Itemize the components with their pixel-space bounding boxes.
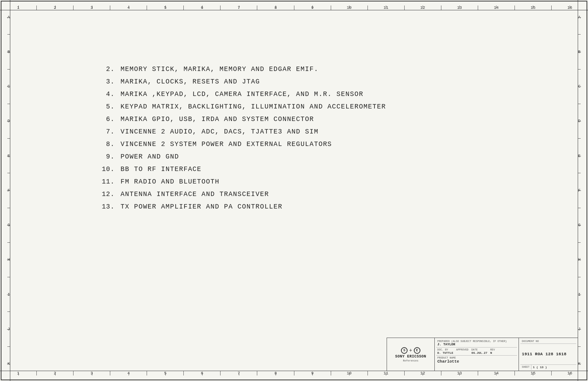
grid-col-bottom-15: 15 bbox=[514, 371, 551, 375]
grid-row-left-I: I bbox=[7, 277, 10, 311]
prepared-by: J. TAYLOR bbox=[437, 343, 516, 346]
date-label: DATE bbox=[472, 348, 487, 351]
list-item-9: 11.FM RADIO AND BLUETOOTH bbox=[98, 178, 559, 185]
rev-value: N bbox=[490, 351, 495, 355]
grid-col-bottom-6: 6 bbox=[183, 371, 220, 375]
sheet-label: SHEET bbox=[520, 365, 531, 370]
list-item-6: 8.VINCENNE 2 SYSTEM POWER AND EXTERNAL R… bbox=[98, 140, 559, 148]
grid-row-left-E: E bbox=[7, 138, 10, 173]
grid-row-left-H: H bbox=[7, 242, 10, 277]
grid-col-top-5: 5 bbox=[147, 6, 183, 10]
grid-col-bottom-4: 4 bbox=[110, 371, 147, 375]
list-num-4: 6. bbox=[98, 115, 121, 123]
grid-row-right-C: C bbox=[578, 69, 581, 104]
sony-logo: S bbox=[401, 347, 408, 354]
grid-col-top-14: 14 bbox=[478, 6, 514, 10]
grid-row-left-B: B bbox=[7, 34, 10, 69]
product-name-value: Charlotte bbox=[437, 359, 516, 364]
list-text-2: MARIKA ,KEYPAD, LCD, CAMERA INTERFACE, A… bbox=[121, 90, 363, 98]
grid-col-top-13: 13 bbox=[441, 6, 478, 10]
grid-row-left-G: G bbox=[7, 208, 10, 242]
grid-col-bottom-5: 5 bbox=[147, 371, 183, 375]
grid-row-left-J: J bbox=[7, 311, 10, 346]
grid-row-right-A: A bbox=[578, 0, 581, 34]
grid-row-left-D: D bbox=[7, 104, 10, 138]
list-item-4: 6.MARIKA GPIO, USB, IRDA AND SYSTEM CONN… bbox=[98, 115, 559, 123]
sheet-value: 1 ( 13 ) bbox=[531, 365, 548, 370]
list-item-7: 9.POWER AND GND bbox=[98, 153, 559, 160]
grid-col-top-11: 11 bbox=[368, 6, 404, 10]
grid-right: ABCDEFGHIJK bbox=[578, 0, 588, 381]
grid-row-left-F: F bbox=[7, 173, 10, 207]
grid-col-top-12: 12 bbox=[404, 6, 441, 10]
list-num-8: 10. bbox=[98, 165, 121, 173]
date-value: 06.JUL.27 bbox=[472, 351, 487, 355]
rev-label: REV bbox=[490, 348, 495, 351]
grid-col-bottom-3: 3 bbox=[73, 371, 110, 375]
grid-row-left-A: A bbox=[7, 0, 10, 34]
list-item-11: 13.TX POWER AMPLIFIER AND PA CONTROLLER bbox=[98, 203, 559, 210]
grid-col-bottom-13: 13 bbox=[441, 371, 478, 375]
grid-col-top-6: 6 bbox=[183, 6, 220, 10]
grid-row-right-H: H bbox=[578, 242, 581, 277]
grid-col-bottom-7: 7 bbox=[220, 371, 257, 375]
tb-right-section: DOCUMENT NO 1911 ROA 128 1618 SHEET 1 ( … bbox=[519, 338, 578, 371]
list-num-10: 12. bbox=[98, 190, 121, 198]
list-text-11: TX POWER AMPLIFIER AND PA CONTROLLER bbox=[121, 203, 283, 210]
grid-col-top-7: 7 bbox=[220, 6, 257, 10]
plus-symbol: + bbox=[409, 348, 412, 353]
grid-row-right-F: F bbox=[578, 173, 581, 207]
grid-col-bottom-10: 10 bbox=[331, 371, 368, 375]
list-num-6: 8. bbox=[98, 140, 121, 148]
doc-by-label: DOC. BY bbox=[437, 348, 453, 351]
list-item-1: 3.MARIKA, CLOCKS, RESETS AND JTAG bbox=[98, 78, 559, 85]
date-group: DATE 06.JUL.27 bbox=[472, 348, 487, 355]
grid-row-right-B: B bbox=[578, 34, 581, 69]
list-num-5: 7. bbox=[98, 128, 121, 135]
grid-col-top-10: 10 bbox=[331, 6, 368, 10]
grid-col-top-8: 8 bbox=[257, 6, 294, 10]
list-num-9: 11. bbox=[98, 178, 121, 185]
list-item-2: 4.MARIKA ,KEYPAD, LCD, CAMERA INTERFACE,… bbox=[98, 90, 559, 98]
list-num-11: 13. bbox=[98, 203, 121, 210]
prepared-label: PREPARED (ALSO bbox=[437, 340, 459, 343]
grid-col-bottom-14: 14 bbox=[478, 371, 514, 375]
grid-col-bottom-12: 12 bbox=[404, 371, 441, 375]
grid-row-right-D: D bbox=[578, 104, 581, 138]
grid-row-right-K: K bbox=[578, 346, 581, 381]
grid-row-left-C: C bbox=[7, 69, 10, 104]
doc-no-label: DOCUMENT NO bbox=[520, 339, 576, 344]
company-name: SONY ERICSSON bbox=[395, 355, 426, 359]
logo-row: S + E bbox=[400, 346, 421, 355]
list-num-2: 4. bbox=[98, 90, 121, 98]
grid-row-right-G: G bbox=[578, 208, 581, 242]
grid-top: 12345678910111213141516 bbox=[0, 0, 588, 10]
grid-row-left-K: K bbox=[7, 346, 10, 381]
list-text-6: VINCENNE 2 SYSTEM POWER AND EXTERNAL REG… bbox=[121, 140, 332, 148]
grid-col-top-2: 2 bbox=[36, 6, 73, 10]
list-item-3: 5.KEYPAD MATRIX, BACKLIGHTING, ILLUMINAT… bbox=[98, 103, 559, 110]
sheet-list: 2.MEMORY STICK, MARIKA, MEMORY AND EDGAR… bbox=[98, 65, 559, 216]
grid-col-top-15: 15 bbox=[514, 6, 551, 10]
doc-approved-row: DOC. BY D. TUTTLE APPROVED DATE 06.JUL.2… bbox=[436, 348, 517, 356]
list-text-10: ANTENNA INTERFACE AND TRANSCEIVER bbox=[121, 190, 269, 198]
doc-num-area: DOCUMENT NO 1911 ROA 128 1618 SHEET 1 ( … bbox=[520, 339, 576, 370]
list-text-5: VINCENNE 2 AUDIO, ADC, DACS, TJATTE3 AND… bbox=[121, 128, 319, 135]
document-number: 1911 ROA 128 1618 bbox=[520, 351, 576, 357]
approved-label: APPROVED bbox=[456, 348, 469, 351]
content-area: 2.MEMORY STICK, MARIKA, MEMORY AND EDGAR… bbox=[10, 10, 578, 371]
grid-col-bottom-2: 2 bbox=[36, 371, 73, 375]
rev-group: REV N bbox=[490, 348, 495, 355]
grid-bottom: 12345678910111213141516 bbox=[0, 371, 588, 381]
grid-left: ABCDEFGHIJK bbox=[0, 0, 10, 381]
grid-row-right-I: I bbox=[578, 277, 581, 311]
list-text-1: MARIKA, CLOCKS, RESETS AND JTAG bbox=[121, 78, 260, 85]
tb-middle-section: PREPARED (ALSO SUBJECT RESPONSIBLE, IF O… bbox=[435, 338, 519, 371]
grid-row-right-E: E bbox=[578, 138, 581, 173]
references-label: References bbox=[403, 359, 418, 362]
subject-responsible-label: SUBJECT RESPONSIBLE, IF OTHER) bbox=[460, 340, 507, 343]
prepared-row: PREPARED (ALSO SUBJECT RESPONSIBLE, IF O… bbox=[436, 339, 517, 348]
grid-col-top-3: 3 bbox=[73, 6, 110, 10]
product-name-label: PRODUCT NAME bbox=[437, 356, 516, 359]
list-item-10: 12.ANTENNA INTERFACE AND TRANSCEIVER bbox=[98, 190, 559, 198]
